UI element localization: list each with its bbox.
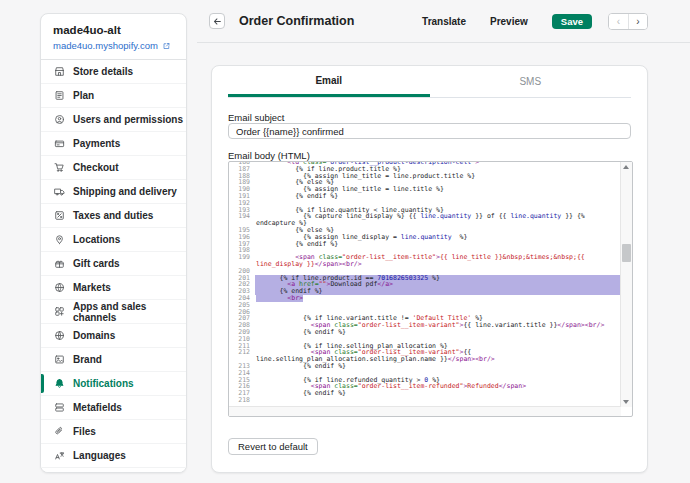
- email-subject-input[interactable]: [228, 123, 631, 139]
- sidebar-item-label: Languages: [73, 450, 126, 461]
- template-pagination: ‹ ›: [608, 13, 648, 30]
- translate-icon: [54, 450, 65, 461]
- vertical-scrollbar-thumb[interactable]: [622, 244, 631, 262]
- sidebar-item-label: Locations: [73, 234, 120, 245]
- store-block: made4uo-alt made4uo.myshopify.com: [41, 14, 186, 59]
- code-text: {% endif %}: [255, 241, 621, 248]
- sidebar-item-label: Files: [73, 426, 96, 437]
- code-text: <br>: [255, 295, 621, 302]
- code-text: {% capture line_display %} {{ line.quant…: [255, 213, 621, 227]
- sidebar-item-users-and-permissions[interactable]: Users and permissions: [41, 107, 186, 131]
- tab-sms[interactable]: SMS: [430, 66, 632, 97]
- bell-icon: [54, 378, 65, 389]
- sidebar-item-label: Taxes and duties: [73, 210, 153, 221]
- percent-box-icon: [54, 210, 65, 221]
- sidebar-item-label: Payments: [73, 138, 120, 149]
- gift-icon: [54, 258, 65, 269]
- code-line: 213 {% endif %}: [229, 363, 621, 370]
- tab-email[interactable]: Email: [228, 66, 430, 97]
- page-header: Order Confirmation Translate Preview Sav…: [197, 0, 690, 43]
- cart-icon: [54, 162, 65, 173]
- settings-sidebar: made4uo-alt made4uo.myshopify.com Store …: [40, 13, 187, 473]
- sidebar-item-label: Checkout: [73, 162, 119, 173]
- sidebar-item-label: Brand: [73, 354, 102, 365]
- code-line: 199 <span class="order-list__item-title"…: [229, 254, 621, 268]
- code-line: 191 {% endif %}: [229, 193, 621, 200]
- scroll-down-arrow-icon[interactable]: [623, 400, 629, 404]
- editor-vertical-scrollbar[interactable]: [620, 162, 632, 407]
- sidebar-item-apps-and-sales-channels[interactable]: Apps and sales channels: [41, 299, 186, 323]
- sidebar-item-markets[interactable]: Markets: [41, 275, 186, 299]
- preview-button[interactable]: Preview: [490, 16, 528, 27]
- store-url-link[interactable]: made4uo.myshopify.com: [53, 40, 174, 51]
- code-line: 194 {% capture line_display %} {{ line.q…: [229, 213, 621, 227]
- email-body-code-editor[interactable]: 186 <td class="order-list__product-descr…: [228, 161, 633, 417]
- store-name: made4uo-alt: [53, 24, 174, 36]
- back-button[interactable]: [209, 13, 225, 29]
- paperclip-icon: [54, 426, 65, 437]
- plan-document-icon: [54, 90, 65, 101]
- sidebar-item-label: Plan: [73, 90, 94, 101]
- sidebar-item-shipping-and-delivery[interactable]: Shipping and delivery: [41, 179, 186, 203]
- channel-tabs: Email SMS: [228, 66, 631, 98]
- editor-horizontal-scrollbar[interactable]: [229, 406, 621, 416]
- sidebar-item-label: Apps and sales channels: [73, 301, 186, 323]
- globe-icon: [54, 282, 65, 293]
- line-number: 199: [229, 254, 255, 268]
- code-text: [255, 302, 621, 309]
- sidebar-item-store-details[interactable]: Store details: [41, 60, 186, 83]
- external-link-icon: [161, 42, 172, 50]
- sidebar-item-languages[interactable]: Languages: [41, 443, 186, 467]
- code-lines: 186 <td class="order-list__product-descr…: [229, 162, 621, 404]
- sidebar-item-files[interactable]: Files: [41, 419, 186, 443]
- code-line: 209 {% endif %}: [229, 329, 621, 336]
- previous-template-button[interactable]: ‹: [609, 14, 628, 29]
- storefront-icon: [54, 66, 65, 77]
- code-text: {% endif %}: [255, 390, 621, 397]
- scroll-up-arrow-icon[interactable]: [623, 165, 629, 169]
- sidebar-item-taxes-and-duties[interactable]: Taxes and duties: [41, 203, 186, 227]
- sidebar-item-notifications[interactable]: Notifications: [41, 371, 186, 395]
- code-text: {% endif %}: [255, 329, 621, 336]
- sidebar-item-policies[interactable]: Policies: [41, 467, 186, 473]
- revert-to-default-button[interactable]: Revert to default: [228, 438, 318, 455]
- apps-grid-icon: [54, 306, 65, 317]
- code-line: 204 <br>: [229, 295, 621, 302]
- save-button[interactable]: Save: [552, 14, 592, 29]
- sidebar-item-locations[interactable]: Locations: [41, 227, 186, 251]
- code-text: <span class="order-list__item-variant">{…: [255, 349, 621, 363]
- sidebar-item-domains[interactable]: Domains: [41, 323, 186, 347]
- next-template-button[interactable]: ›: [628, 14, 647, 29]
- translate-button[interactable]: Translate: [422, 16, 466, 27]
- sidebar-item-label: Users and permissions: [73, 114, 183, 125]
- sidebar-item-label: Store details: [73, 66, 133, 77]
- sidebar-item-label: Notifications: [73, 378, 134, 389]
- sidebar-item-gift-cards[interactable]: Gift cards: [41, 251, 186, 275]
- sidebar-item-brand[interactable]: Brand: [41, 347, 186, 371]
- email-subject-label: Email subject: [228, 112, 285, 123]
- code-line: 218: [229, 397, 621, 404]
- email-body-label: Email body (HTML): [228, 150, 310, 161]
- code-text: <span class="order-list__item-title">{{ …: [255, 254, 621, 268]
- sidebar-item-payments[interactable]: Payments: [41, 131, 186, 155]
- settings-nav: Store details Plan Users and permissions…: [41, 59, 186, 473]
- sidebar-item-label: Domains: [73, 330, 115, 341]
- code-text: {% endif %}: [255, 288, 621, 295]
- sidebar-item-checkout[interactable]: Checkout: [41, 155, 186, 179]
- code-text: [255, 397, 621, 404]
- sidebar-item-plan[interactable]: Plan: [41, 83, 186, 107]
- sidebar-item-label: Shipping and delivery: [73, 186, 177, 197]
- store-url-text: made4uo.myshopify.com: [53, 40, 158, 51]
- code-text: {% endif %}: [255, 363, 621, 370]
- code-line: 197 {% endif %}: [229, 241, 621, 248]
- line-number: 212: [229, 349, 255, 363]
- user-circle-icon: [54, 114, 65, 125]
- sidebar-item-label: Markets: [73, 282, 111, 293]
- globe-domain-icon: [54, 330, 65, 341]
- notification-template-card: Email SMS Email subject Email body (HTML…: [211, 65, 648, 473]
- sidebar-item-metafields[interactable]: Metafields: [41, 395, 186, 419]
- arrow-left-icon: [213, 17, 222, 26]
- code-scroll-area[interactable]: 186 <td class="order-list__product-descr…: [229, 162, 621, 407]
- layers-icon: [54, 402, 65, 413]
- sidebar-item-label: Gift cards: [73, 258, 120, 269]
